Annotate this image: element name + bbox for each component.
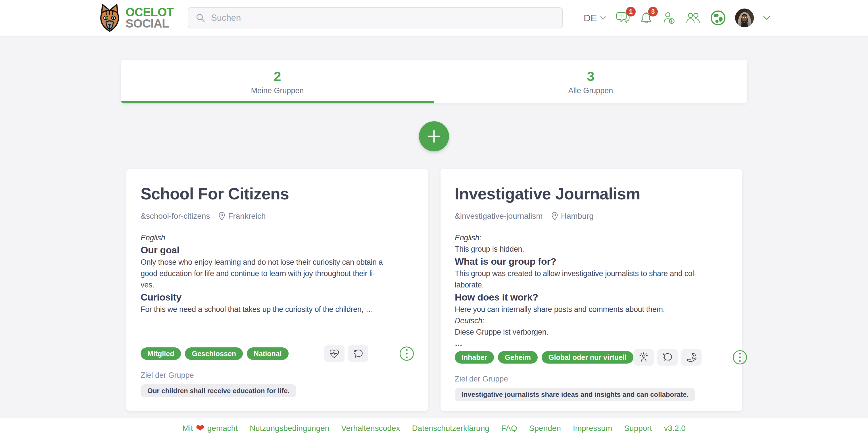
description-line: This group was created to allow investig… xyxy=(455,268,728,279)
chat-notification-badge: 1 xyxy=(626,7,636,17)
footer-link-donate[interactable]: Spenden xyxy=(529,424,561,433)
description-language: English xyxy=(141,232,414,244)
globe-icon xyxy=(710,10,726,26)
group-menu-button[interactable] xyxy=(400,347,414,361)
description-line: Diese Gruppe ist verborgen. xyxy=(455,326,728,338)
my-groups-count: 2 xyxy=(274,68,281,84)
description-line: laborate. xyxy=(455,279,728,290)
description-heading: Curiosity xyxy=(141,290,414,304)
goal-label: Ziel der Gruppe xyxy=(455,375,728,383)
all-groups-label: Alle Gruppen xyxy=(568,86,613,95)
footer-link-privacy[interactable]: Datenschutzerklärung xyxy=(412,424,489,433)
piggy-bank-icon xyxy=(661,352,674,363)
description-line: Only those who enjoy learning and do not… xyxy=(141,256,414,268)
bell-notification-badge: 3 xyxy=(648,7,658,17)
group-slug: &investigative-journalism xyxy=(455,212,543,221)
description-line: good education for life and continue to … xyxy=(141,268,414,279)
plus-icon xyxy=(426,128,442,144)
version-label: v3.2.0 xyxy=(664,424,685,433)
search-input[interactable] xyxy=(211,12,555,23)
tab-all-groups[interactable]: 3 Alle Gruppen xyxy=(434,60,747,103)
add-person-button[interactable] xyxy=(662,11,676,25)
group-goal: Our children shall receive education for… xyxy=(141,384,296,397)
heart-pulse-icon xyxy=(329,348,340,359)
location-pin-icon xyxy=(218,212,225,220)
group-card-list: School For Citizens &school-for-citizens… xyxy=(126,169,742,411)
ocelot-cat-icon xyxy=(98,3,122,33)
description-line: For this we need a school that takes up … xyxy=(141,304,414,315)
kebab-menu-icon xyxy=(739,352,741,362)
description-ellipsis: … xyxy=(455,338,728,349)
group-title: School For Citizens xyxy=(141,184,414,203)
page-footer: Mit ❤ gemacht Nutzungsbedingungen Verhal… xyxy=(0,418,868,438)
piggy-bank-icon xyxy=(352,348,364,359)
footer-link-imprint[interactable]: Impressum xyxy=(573,424,612,433)
group-card-investigative-journalism[interactable]: Investigative Journalism &investigative-… xyxy=(440,169,742,411)
top-navigation-bar: OCELOT SOCIAL DE 1 xyxy=(0,0,868,36)
description-language: Deutsch: xyxy=(455,315,728,326)
logo-text-line2: SOCIAL xyxy=(126,18,174,29)
scope-badge: Global oder nur virtuell xyxy=(541,351,633,364)
description-line: This group is hidden. xyxy=(455,244,728,255)
group-menu-button[interactable] xyxy=(733,350,747,365)
description-heading: Our goal xyxy=(141,244,414,256)
footer-link-support[interactable]: Support xyxy=(624,424,652,433)
description-language: English: xyxy=(455,232,728,244)
group-location: Frankreich xyxy=(228,212,266,221)
role-badge: Inhaber xyxy=(455,351,494,364)
group-card-school-for-citizens[interactable]: School For Citizens &school-for-citizens… xyxy=(126,169,428,411)
chat-button[interactable]: 1 xyxy=(616,11,630,25)
avatar[interactable] xyxy=(735,8,754,27)
made-with-suffix: gemacht xyxy=(207,424,238,433)
heart-icon: ❤ xyxy=(196,423,205,434)
all-groups-count: 3 xyxy=(587,68,594,84)
person-rays-icon xyxy=(638,352,649,363)
description-heading: What is our group for? xyxy=(455,255,728,268)
description-line: Here you can internally share posts and … xyxy=(455,304,728,315)
footer-link-code-of-conduct[interactable]: Verhaltenscodex xyxy=(341,424,400,433)
footer-link-terms[interactable]: Nutzungsbedingungen xyxy=(250,424,329,433)
kebab-menu-icon xyxy=(406,349,408,358)
people-icon xyxy=(685,11,701,25)
category-chip xyxy=(324,345,344,362)
avatar-menu-chevron-icon[interactable] xyxy=(763,15,770,21)
groups-tab-bar: 2 Meine Gruppen 3 Alle Gruppen xyxy=(121,60,747,103)
group-goal: Investigative journalists share ideas an… xyxy=(455,388,695,401)
tab-my-groups[interactable]: 2 Meine Gruppen xyxy=(121,60,434,103)
group-location: Hamburg xyxy=(561,212,594,221)
description-line: ves. xyxy=(141,279,414,290)
language-code: DE xyxy=(584,12,597,24)
language-selector[interactable]: DE xyxy=(584,12,607,24)
chevron-down-icon xyxy=(600,15,607,20)
made-with-prefix: Mit xyxy=(182,424,193,433)
visibility-badge: Geheim xyxy=(498,351,538,364)
category-chip xyxy=(681,349,702,366)
description-heading: How does it work? xyxy=(455,290,728,304)
group-slug: &school-for-citizens xyxy=(141,212,210,221)
visibility-badge: Geschlossen xyxy=(185,347,243,360)
hand-leaf-icon xyxy=(685,352,697,363)
my-groups-label: Meine Gruppen xyxy=(251,86,304,95)
location-pin-icon xyxy=(551,212,558,220)
notifications-button[interactable]: 3 xyxy=(640,11,653,25)
footer-link-faq[interactable]: FAQ xyxy=(501,424,517,433)
create-group-button[interactable] xyxy=(419,121,449,151)
scope-badge: National xyxy=(247,347,288,360)
role-badge: Mitglied xyxy=(141,347,181,360)
goal-label: Ziel der Gruppe xyxy=(141,371,414,380)
groups-button[interactable] xyxy=(685,11,701,25)
category-chip xyxy=(348,345,368,362)
map-button[interactable] xyxy=(710,10,726,26)
ocelot-social-logo[interactable]: OCELOT SOCIAL xyxy=(98,3,174,33)
logo-text-line1: OCELOT xyxy=(126,6,174,18)
search-bar[interactable] xyxy=(188,7,563,28)
search-icon xyxy=(196,13,205,23)
category-chip xyxy=(633,349,654,366)
made-with-love[interactable]: Mit ❤ gemacht xyxy=(182,423,238,434)
category-chip xyxy=(657,349,678,366)
group-title: Investigative Journalism xyxy=(455,184,728,203)
add-person-icon xyxy=(662,11,676,25)
